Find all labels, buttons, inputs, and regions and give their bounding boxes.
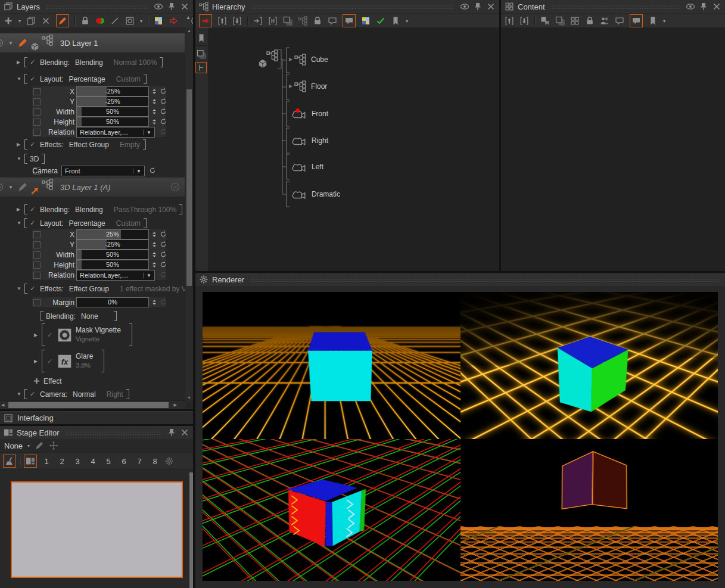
effect-item-glare[interactable]: ▶ ✓ fx Glare 3,8% [0,349,104,374]
layout-group-row[interactable]: ▼ ✓ Layout: Percentage Custom [0,74,185,84]
relation-dropdown[interactable]: RelationLayer,…▼ [76,127,155,138]
panel-drag-texture[interactable] [251,4,454,9]
import-icon[interactable] [232,16,242,26]
reset-icon[interactable] [160,241,167,248]
viewport-right-camera[interactable] [460,292,718,439]
edit-pencil-icon[interactable] [17,182,28,192]
expander-icon[interactable]: ▼ [17,156,24,161]
panel-drag-texture[interactable] [551,4,680,9]
scroll-right-icon[interactable]: ▶ [174,403,177,407]
collapse-icon[interactable] [268,16,278,26]
add-layer-button[interactable] [4,16,13,26]
stepper-icon[interactable] [151,108,158,116]
pin-icon[interactable] [473,2,483,11]
viewport-front-camera[interactable] [203,292,460,439]
follow-selection-button[interactable] [199,14,212,27]
stage-slot-2[interactable]: 2 [56,457,68,466]
bookmark-icon[interactable] [648,16,658,26]
layout-mode-button[interactable] [24,455,37,468]
root-node-icon[interactable] [258,49,278,69]
pin-icon[interactable] [699,2,708,11]
scroll-down-icon[interactable]: ▼ [185,396,193,400]
validate-check-icon[interactable] [376,16,385,26]
stage-slot-3[interactable]: 3 [71,457,83,466]
renderer-header[interactable]: Renderer [195,273,725,286]
effect-item-mask-vignette[interactable]: ▶ ✓ Mask Vignette Vignette [0,322,132,347]
layers-stack-icon[interactable] [283,16,293,26]
stage-slot-4[interactable]: 4 [87,457,99,466]
tree-node-left[interactable]: Left [291,161,323,172]
stage-slot-5[interactable]: 5 [102,457,114,466]
mask-dropdown-icon[interactable]: ▾ [140,18,142,24]
move-icon[interactable] [49,441,58,450]
stage-slot-7[interactable]: 7 [133,457,145,466]
show-comments-button[interactable] [630,14,643,27]
duplicate-layer-icon[interactable] [26,16,36,26]
add-layer-dropdown-icon[interactable]: ▾ [18,18,21,24]
expander-icon[interactable]: ▶ [17,142,24,147]
camera-group-row[interactable]: ▼ ✓ Camera: Normal Right [0,389,185,399]
tree-mode-button[interactable] [195,62,207,73]
eye-icon[interactable] [154,2,163,11]
preset-dropdown[interactable]: None [4,441,23,450]
color-palette-icon[interactable] [154,16,163,26]
expander-icon[interactable]: ▼ [17,76,24,82]
tree-view-icon[interactable] [298,16,307,26]
solo-mute-icon[interactable] [95,16,105,26]
bookmark-icon[interactable] [391,16,400,26]
close-icon[interactable] [486,2,496,11]
vertical-scrollbar[interactable]: ▲ ▼ [185,27,193,401]
expander-icon[interactable]: ▶ [34,359,42,364]
visibility-icon[interactable] [0,182,5,192]
stage-slot-8[interactable]: 8 [149,457,161,466]
bookmark-dropdown-icon[interactable]: ▾ [406,18,408,24]
gear-icon[interactable] [164,456,174,466]
effect-check-icon[interactable]: ✓ [46,357,54,365]
slash-icon[interactable] [110,16,120,26]
effects-group-row[interactable]: ▼ ✓ Effects: Effect Group 1 effect maske… [0,284,185,294]
tree-node-front[interactable]: Front [291,108,328,119]
layout-group-row[interactable]: ▼ ✓ Layout: Percentage Custom [0,218,185,228]
blending-group-row[interactable]: ▶ ✓ Blending: Blending Normal 100% [0,57,185,67]
blending-group-row[interactable]: ▶ ✓ Blending: Blending PassThrough 100% [0,204,185,214]
jump-arrow-icon[interactable] [169,16,178,26]
eye-icon[interactable] [686,2,695,11]
stage-preview[interactable] [11,481,183,578]
color-palette-icon[interactable] [361,16,371,26]
content-header[interactable]: Content [501,0,725,13]
reset-icon[interactable] [160,261,167,268]
group-check-icon[interactable]: ✓ [29,75,36,83]
stepper-icon[interactable] [151,298,158,306]
effects-group-row[interactable]: ▶ ✓ Effects: Effect Group Empty [0,139,185,150]
reset-icon[interactable] [160,128,167,135]
edit-pencil-icon[interactable] [35,441,44,450]
reset-icon[interactable] [160,98,167,105]
effect-check-icon[interactable]: ✓ [46,331,54,339]
tree-node-cube[interactable]: ▶ Cube [290,54,328,66]
height-input[interactable]: 50% [76,260,149,270]
scroll-up-icon[interactable]: ▲ [185,29,193,33]
node-expander-icon[interactable]: ▶ [289,84,294,89]
stepper-icon[interactable] [151,241,158,248]
grid-view-icon[interactable] [570,16,580,26]
toolbar-scroll-up-icon[interactable]: ▲ [186,15,191,20]
scrollbar-thumb[interactable] [186,89,192,286]
expander-icon[interactable]: ▼ [17,391,24,397]
scrollbar-thumb[interactable] [8,402,169,408]
layer-row-3d-layer-1[interactable]: ▼ 3D Layer 1 [0,33,185,52]
reset-icon[interactable] [160,231,167,238]
interfacing-bar[interactable]: Interfacing [0,411,193,424]
animation-icon[interactable] [191,16,193,26]
reset-icon[interactable] [160,298,167,306]
delete-layer-icon[interactable] [41,16,51,26]
stage-scrollbar[interactable] [189,472,193,588]
expander-icon[interactable]: ▼ [8,41,16,46]
expander-icon[interactable]: ▼ [17,286,24,291]
stage-editor-header[interactable]: Stage Editor [0,426,193,439]
hierarchy-header[interactable]: Hierarchy [195,0,499,13]
export-icon[interactable] [505,16,514,26]
stepper-icon[interactable] [151,88,158,95]
group-check-icon[interactable]: ✓ [29,285,36,293]
node-expander-icon[interactable]: ▶ [289,57,294,62]
tree-node-right[interactable]: Right [291,135,328,146]
